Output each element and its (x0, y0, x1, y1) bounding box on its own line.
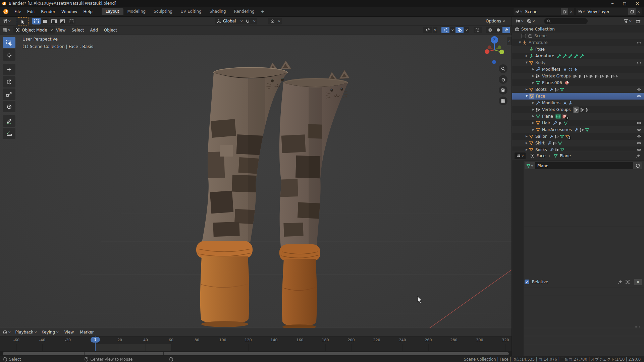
active-tool-button[interactable] (17, 17, 29, 25)
menu-view[interactable]: View (53, 28, 68, 33)
properties-editor-type-dropdown[interactable]: ∨ (515, 153, 526, 159)
menu-window[interactable]: Window (58, 9, 80, 14)
minimize-button[interactable]: ─ (606, 0, 619, 7)
menu-marker[interactable]: Marker (77, 330, 97, 335)
expander-icon[interactable]: ▶ (531, 115, 536, 118)
expander-icon[interactable]: ▼ (524, 61, 529, 64)
menu-playback[interactable]: Playback∨ (15, 330, 37, 335)
workspace-tab-modeling[interactable]: Modeling (123, 8, 150, 15)
outliner-row-sailor[interactable]: ▶Sailor2 (512, 133, 644, 140)
expander-icon[interactable]: ▶ (524, 135, 529, 138)
outliner-row-boots[interactable]: ▶Boots (512, 86, 644, 93)
tool-transform[interactable] (3, 101, 15, 112)
expander-icon[interactable]: ▶ (531, 81, 536, 84)
menu-select[interactable]: Select (68, 28, 87, 33)
shading-solid-button[interactable] (494, 27, 502, 33)
outliner-row-body[interactable]: ▼Body (512, 59, 644, 66)
options-dropdown[interactable]: Options ∨ (486, 18, 505, 24)
workspace-tab-uv-editing[interactable]: UV Editing (176, 8, 206, 15)
select-mode-new-button[interactable] (32, 18, 41, 24)
outliner-row-plane[interactable]: ▶Plane3 (512, 113, 644, 120)
outliner-row-skirt[interactable]: ▶Skirt (512, 140, 644, 146)
maximize-button[interactable]: □ (619, 0, 631, 7)
workspace-tab-rendering[interactable]: Rendering (230, 8, 259, 15)
tool-select-box[interactable] (3, 37, 15, 48)
outliner-row-modifiers[interactable]: ▶Modifiers (512, 66, 644, 73)
outliner-row-hair[interactable]: ▶Hair (512, 120, 644, 126)
3d-viewport[interactable]: User Perspective (1) Scene Collection | … (0, 35, 512, 328)
outliner-row-hairaccesories[interactable]: ▶HairAccesories (512, 126, 644, 133)
overlays-toggle[interactable] (455, 27, 464, 33)
mode-dropdown[interactable]: Object Mode ∨ (13, 26, 55, 34)
menu-keying[interactable]: Keying∨ (42, 330, 59, 335)
breadcrumb-object[interactable]: Face (537, 154, 546, 158)
tool-measure[interactable] (3, 128, 15, 139)
expander-icon[interactable]: ▶ (531, 108, 536, 111)
proportional-falloff-dropdown[interactable]: ∨ (276, 18, 282, 24)
menu-timeline-view[interactable]: View (61, 330, 77, 335)
menu-object[interactable]: Object (101, 28, 120, 33)
workspace-tab-sculpting[interactable]: Sculpting (150, 8, 176, 15)
outliner-display-mode-dropdown[interactable]: ∨ (516, 19, 524, 23)
menu-edit[interactable]: Edit (24, 9, 38, 14)
current-frame-badge[interactable]: 1 (91, 337, 100, 343)
outliner-row-socks[interactable]: ▶Socks (512, 146, 644, 151)
new-scene-button[interactable] (561, 8, 568, 15)
tool-cursor[interactable] (3, 49, 15, 61)
eye-icon[interactable] (637, 94, 641, 99)
menu-help[interactable]: Help (80, 9, 95, 14)
gizmos-toggle[interactable] (441, 27, 449, 33)
xray-toggle[interactable] (474, 27, 482, 33)
outliner-row-plane006[interactable]: ▶Plane.006 (512, 79, 644, 86)
expander-icon[interactable]: ▼ (524, 95, 529, 98)
pan-button[interactable] (499, 75, 507, 84)
close-button[interactable]: × (631, 0, 644, 7)
edit-mode-shape-icon[interactable] (625, 280, 630, 284)
sidebar-collapse-tab[interactable]: ‹ (507, 37, 512, 45)
tool-move[interactable] (3, 64, 15, 75)
expander-icon[interactable]: ▶ (531, 128, 536, 131)
expander-icon[interactable]: ▶ (531, 122, 536, 124)
tool-rotate[interactable] (3, 76, 15, 87)
timeline-scrollbar[interactable] (0, 351, 512, 356)
outliner-row-vertex-groups[interactable]: ▶Vertex Groups (512, 73, 644, 79)
remove-view-layer-button[interactable]: × (636, 9, 642, 14)
left-boot-mesh[interactable] (196, 241, 253, 327)
new-collection-button[interactable] (636, 19, 641, 24)
visibility-chevron[interactable]: ∨ (433, 27, 437, 33)
outliner-row-face[interactable]: ▼Face (512, 93, 644, 100)
outliner-row-scene[interactable]: Scene (512, 33, 644, 39)
snap-settings-dropdown[interactable]: ∨ (252, 18, 257, 24)
proportional-editing-toggle[interactable] (268, 18, 276, 24)
scene-selector[interactable]: ∨ Scene × (514, 8, 574, 15)
object-visibility-dropdown[interactable] (423, 27, 432, 33)
left-sock-mesh[interactable] (202, 61, 291, 246)
snap-toggle-button[interactable] (244, 18, 252, 24)
perspective-toggle-button[interactable] (499, 97, 507, 105)
blender-menu-icon[interactable] (3, 9, 9, 14)
zoom-button[interactable] (499, 64, 507, 73)
right-boot-mesh[interactable] (279, 244, 320, 328)
expander-icon[interactable]: ▶ (524, 88, 529, 91)
tool-scale[interactable] (3, 88, 15, 100)
relative-checkbox[interactable]: ✓ (525, 280, 529, 284)
outliner-row-face-vertex-groups[interactable]: ▶Vertex Groups (512, 106, 644, 113)
editor-type-dropdown[interactable]: ∨ (2, 27, 10, 33)
shading-wireframe-button[interactable] (486, 27, 494, 33)
outliner-row-armature-data[interactable]: ▶Armature (512, 53, 644, 59)
gizmos-dropdown[interactable]: ∨ (450, 27, 455, 33)
expander-icon[interactable]: ▶ (524, 55, 529, 57)
fake-user-button[interactable] (633, 162, 642, 169)
outliner-row-scene-collection[interactable]: Scene Collection (512, 26, 644, 33)
eye-icon[interactable] (637, 147, 641, 151)
view-layer-selector[interactable]: ∨ View Layer × (576, 8, 642, 15)
exclude-checkbox[interactable] (522, 34, 526, 38)
workspace-tab-layout[interactable]: Layout (102, 8, 123, 15)
expander-icon[interactable]: ▶ (524, 142, 529, 144)
menu-file[interactable]: File (11, 9, 24, 14)
workspace-tab-shading[interactable]: Shading (206, 8, 230, 15)
select-mode-extend-button[interactable] (41, 18, 49, 24)
new-view-layer-button[interactable] (628, 8, 636, 15)
outliner-filter-dropdown[interactable]: ∨ (624, 19, 632, 23)
tool-settings-editor-menu[interactable]: ∨ (3, 18, 11, 24)
